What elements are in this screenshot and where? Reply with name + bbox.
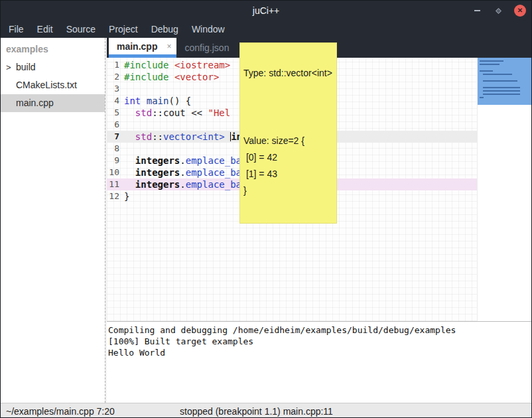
debug-value-tooltip: Type: std::vector<int> Value: size=2 { [… [239, 42, 337, 224]
line-number: 4 [107, 95, 124, 107]
minimap-code-line [480, 60, 503, 62]
minimap-code-line [483, 94, 520, 95]
line-number: 1 [107, 59, 124, 71]
line-number: 12 [107, 190, 124, 202]
terminal-line: [100%] Built target examples [108, 336, 531, 347]
tab-config-json[interactable]: config.json [176, 38, 237, 58]
sidebar-item-label: CMakeLists.txt [16, 80, 77, 90]
minimap-code-line [483, 74, 512, 75]
file-tree-panel: examples >buildCMakeLists.txtmain.cpp [1, 38, 105, 403]
sidebar-item-build[interactable]: >build [1, 58, 105, 76]
window-title: juCi++ [253, 5, 279, 16]
minimap-code-line [483, 80, 517, 82]
minimap-code-line [483, 90, 520, 92]
line-number: 9 [107, 155, 124, 167]
sidebar-item-main-cpp[interactable]: main.cpp [1, 94, 105, 112]
maximize-icon [496, 8, 501, 14]
close-icon: ✕ [517, 7, 523, 14]
tooltip-value-line: [0] = 42 [243, 149, 333, 166]
maximize-button[interactable] [493, 5, 503, 16]
line-number: 11 [107, 178, 124, 190]
menu-item-edit[interactable]: Edit [31, 21, 60, 38]
menubar: FileEditSourceProjectDebugWindow [1, 21, 531, 38]
menu-item-source[interactable]: Source [60, 21, 102, 38]
status-file-position: ~/examples/main.cpp 7:20 [1, 406, 115, 417]
status-debug-state: stopped (breakpoint 1.1) main.cpp:11 [180, 406, 333, 417]
line-number: 3 [107, 83, 124, 95]
line-number: 6 [107, 119, 124, 131]
file-tree: >buildCMakeLists.txtmain.cpp [1, 58, 105, 112]
tooltip-value-line: } [243, 182, 333, 199]
tab-close-icon[interactable]: × [166, 42, 171, 51]
line-number: 7 [107, 131, 124, 143]
tooltip-gap [243, 102, 333, 111]
tooltip-value-line: [1] = 43 [243, 166, 333, 182]
line-number: 2 [107, 71, 124, 83]
jucipp-window: juCi++ ✕ FileEditSourceProjectDebugWindo… [0, 0, 532, 418]
titlebar[interactable]: juCi++ ✕ [1, 1, 531, 21]
expander-chevron-icon[interactable]: > [6, 58, 11, 76]
tab-main-cpp[interactable]: main.cpp× [109, 38, 176, 58]
minimap-code-line [480, 97, 484, 98]
terminal-output[interactable]: Compiling and debugging /home/eidheim/ex… [107, 321, 532, 403]
menu-item-debug[interactable]: Debug [145, 21, 185, 38]
minimap-viewport[interactable] [478, 58, 532, 105]
terminal-line: Hello World [108, 347, 531, 358]
status-bar: ~/examples/main.cpp 7:20 stopped (breakp… [1, 403, 531, 418]
sidebar-item-cmakelists-txt[interactable]: CMakeLists.txt [1, 76, 105, 94]
minimap-code-line [480, 64, 499, 65]
line-number: 8 [107, 143, 124, 155]
menu-item-window[interactable]: Window [185, 21, 232, 38]
tooltip-type-line: Type: std::vector<int> [243, 66, 333, 80]
menu-item-file[interactable]: File [2, 21, 31, 38]
sidebar-item-label: build [16, 62, 36, 72]
close-button[interactable]: ✕ [514, 5, 526, 17]
menu-item-project[interactable]: Project [102, 21, 145, 38]
terminal-line: Compiling and debugging /home/eidheim/ex… [108, 324, 531, 336]
minimize-button[interactable] [472, 5, 482, 16]
minimap-code-line [480, 70, 493, 72]
tooltip-value-lines: Value: size=2 { [0] = 42 [1] = 43} [243, 133, 333, 199]
tooltip-value-line: Value: size=2 { [243, 133, 333, 149]
minimap[interactable] [477, 58, 532, 321]
tab-label: config.json [184, 42, 229, 53]
tab-label: main.cpp [117, 41, 157, 52]
line-number: 10 [107, 167, 124, 178]
line-number: 5 [107, 107, 124, 119]
minimap-code-line [483, 87, 520, 88]
minimize-icon [474, 10, 480, 11]
window-controls: ✕ [472, 1, 526, 21]
sidebar-item-label: main.cpp [16, 98, 54, 108]
project-name: examples [1, 38, 105, 58]
